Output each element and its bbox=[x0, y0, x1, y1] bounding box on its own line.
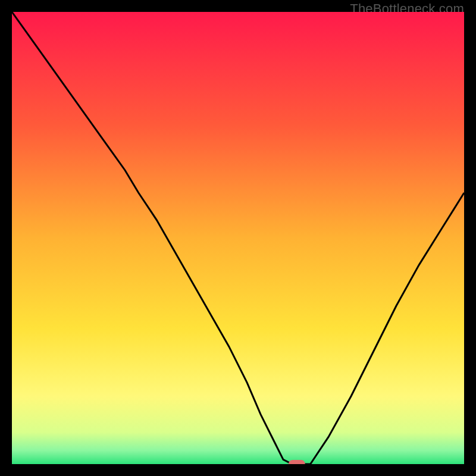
chart-frame: TheBottleneck.com bbox=[0, 0, 476, 476]
gradient-background bbox=[12, 12, 464, 464]
plot-area bbox=[12, 12, 464, 464]
chart-svg bbox=[12, 12, 464, 464]
optimal-marker bbox=[289, 460, 305, 464]
